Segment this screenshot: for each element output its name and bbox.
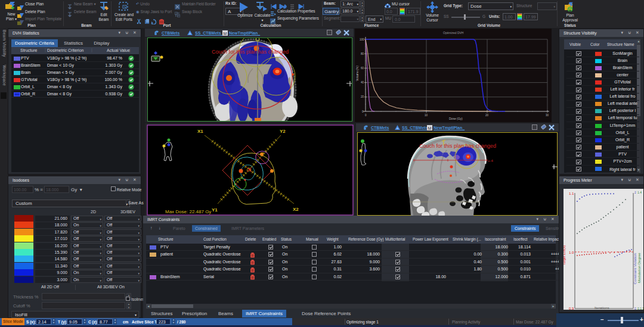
svg-text:30: 30 — [546, 114, 549, 117]
svg-text:0.1,1.0: 0.1,1.0 — [637, 307, 643, 310]
svg-text:80: 80 — [361, 52, 364, 55]
svg-text:60: 60 — [361, 67, 364, 70]
svg-text:0: 0 — [365, 114, 367, 117]
svg-text:Volume (%): Volume (%) — [355, 66, 359, 81]
svg-text:Dose (Gy): Dose (Gy) — [449, 117, 463, 120]
svg-text:40: 40 — [361, 81, 364, 84]
svg-text:Optimized DVH: Optimized DVH — [443, 31, 464, 35]
svg-text:M: M — [428, 126, 432, 130]
svg-text:Max Dose: 22.487 Gy: Max Dose: 22.487 Gy — [165, 209, 211, 214]
svg-text:Modulation Degree: Modulation Degree — [637, 253, 641, 283]
svg-text:1.4: 1.4 — [637, 191, 642, 194]
svg-text:Target E06(x): Target E06(x) — [564, 245, 566, 265]
svg-text:X1: X1 — [197, 129, 203, 134]
svg-text:Y2: Y2 — [280, 129, 286, 134]
svg-text:2: 2 — [634, 191, 636, 194]
svg-text:1.0: 1.0 — [569, 251, 574, 254]
svg-text:Constraint Violation: Constraint Violation — [633, 253, 637, 284]
svg-text:M: M — [224, 32, 227, 36]
svg-text:X2: X2 — [293, 207, 299, 212]
svg-text:0.9: 0.9 — [569, 307, 574, 310]
svg-text:+-4: +-4 — [488, 159, 494, 163]
svg-text:Couch for this plan has change: Couch for this plan has changed — [419, 143, 496, 149]
svg-text:0: 0 — [634, 307, 636, 310]
svg-text:1.1: 1.1 — [569, 192, 574, 195]
svg-text:10: 10 — [425, 114, 428, 117]
svg-text:Y1: Y1 — [212, 207, 218, 213]
svg-text:20: 20 — [361, 95, 364, 98]
svg-text:Couch for this plan has change: Couch for this plan has changed — [212, 49, 289, 55]
svg-text:100: 100 — [360, 38, 364, 41]
svg-text:Iterations: Iterations — [595, 306, 609, 310]
svg-text:20: 20 — [485, 114, 489, 117]
